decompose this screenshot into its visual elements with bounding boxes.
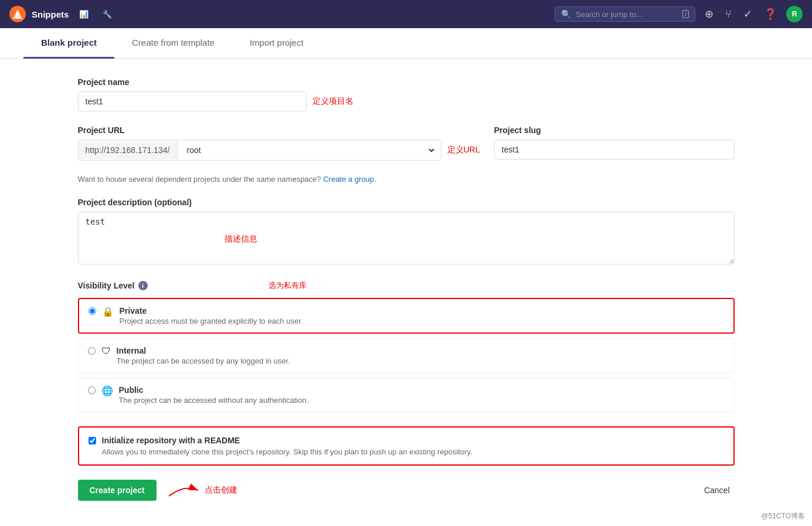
visibility-public-radio[interactable] (88, 386, 96, 394)
tabs-bar: Blank project Create from template Impor… (0, 28, 812, 59)
nav-chart-icon[interactable]: 📊 (76, 8, 92, 21)
project-name-label: Project name (78, 77, 735, 87)
project-slug-label: Project slug (494, 125, 735, 135)
navbar: Snippets 📊 🔧 🔍 / ⊕ ⑂ ✓ ❓ R (0, 0, 812, 28)
nav-wrench-icon[interactable]: 🔧 (99, 8, 115, 21)
create-annotation: 点击创建 (205, 485, 237, 496)
project-name-input[interactable] (78, 91, 307, 111)
visibility-annotation: 选为私有库 (269, 280, 307, 291)
tab-blank-project[interactable]: Blank project (23, 28, 114, 59)
visibility-internal-radio[interactable] (88, 347, 96, 355)
btn-row: Create project 点击创建 Cancel (78, 480, 735, 501)
search-slash-icon: / (682, 10, 689, 18)
merge-icon[interactable]: ⑂ (723, 6, 734, 23)
lock-icon: 🔒 (102, 306, 114, 317)
create-arrow-icon (166, 481, 201, 499)
avatar[interactable]: R (786, 6, 803, 22)
visibility-level-group: Visibility Level i 选为私有库 🔒 Private Proje… (78, 280, 735, 412)
project-slug-input[interactable] (494, 140, 735, 160)
init-readme-desc: Allows you to immediately clone this pro… (102, 447, 473, 456)
brand-logo-icon (9, 6, 26, 22)
main-content: Project name 定义项目名 Project URL http://19… (55, 59, 758, 520)
credit-text: @51CTO博客 (761, 511, 805, 520)
visibility-internal-option[interactable]: 🛡 Internal The project can be accessed b… (78, 338, 735, 373)
project-description-label: Project description (optional) (78, 198, 735, 207)
tab-create-from-template[interactable]: Create from template (114, 28, 232, 59)
globe-icon: 🌐 (101, 385, 113, 396)
tab-import-project[interactable]: Import project (232, 28, 321, 59)
search-bar[interactable]: 🔍 / (555, 6, 695, 22)
project-slug-section: Project slug (494, 125, 735, 160)
project-name-group: Project name 定义项目名 (78, 77, 735, 111)
create-group-link[interactable]: Create a group. (323, 175, 376, 184)
init-readme-title: Initialize repository with a README (102, 436, 473, 445)
url-base: http://192.168.171.134/ (79, 141, 178, 160)
visibility-public-option[interactable]: 🌐 Public The project can be accessed wit… (78, 378, 735, 412)
internal-title: Internal (117, 346, 290, 355)
project-name-annotation: 定义项目名 (312, 96, 354, 107)
project-url-section: Project URL http://192.168.171.134/ root… (78, 125, 480, 161)
init-readme-checkbox[interactable] (89, 437, 96, 444)
visibility-private-radio[interactable] (89, 307, 96, 315)
cancel-button[interactable]: Cancel (699, 480, 735, 501)
project-description-input[interactable]: test (78, 212, 735, 264)
create-project-button[interactable]: Create project (78, 480, 157, 501)
visibility-label: Visibility Level i 选为私有库 (78, 280, 735, 291)
namespace-help-text: Want to house several dependent projects… (78, 175, 735, 184)
help-icon[interactable]: ❓ (762, 5, 779, 23)
brand-label: Snippets (32, 9, 69, 19)
project-url-label: Project URL (78, 125, 480, 135)
check-icon[interactable]: ✓ (741, 5, 755, 23)
plus-icon[interactable]: ⊕ (702, 5, 716, 23)
visibility-info-icon[interactable]: i (138, 281, 148, 290)
namespace-select[interactable]: root (182, 140, 436, 160)
internal-desc: The project can be accessed by any logge… (117, 357, 290, 365)
project-description-group: Project description (optional) test 描述信息 (78, 198, 735, 266)
svg-marker-0 (13, 9, 22, 19)
shield-icon: 🛡 (101, 346, 111, 357)
url-annotation: 定义URL (447, 145, 480, 155)
public-desc: The project can be accessed without any … (119, 396, 309, 405)
navbar-brand[interactable]: Snippets (9, 6, 69, 22)
url-slug-row: Project URL http://192.168.171.134/ root… (78, 125, 735, 161)
init-readme-section: Initialize repository with a README Allo… (78, 426, 735, 466)
url-row: http://192.168.171.134/ root (78, 140, 441, 161)
search-input[interactable] (576, 10, 678, 19)
private-title: Private (120, 306, 303, 315)
visibility-private-option[interactable]: 🔒 Private Project access must be granted… (78, 298, 735, 334)
private-desc: Project access must be granted explicitl… (120, 317, 303, 325)
search-icon: 🔍 (561, 9, 571, 19)
public-title: Public (119, 385, 309, 395)
